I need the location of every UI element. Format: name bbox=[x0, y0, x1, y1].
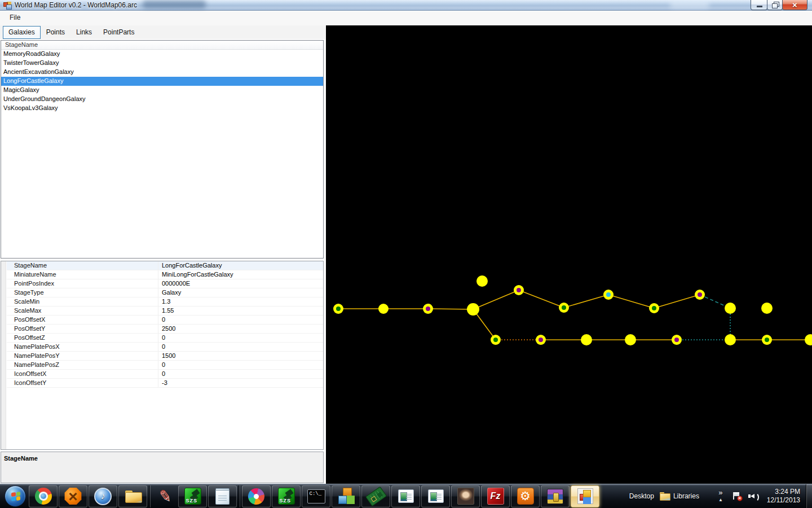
property-value[interactable]: 0 bbox=[158, 334, 323, 342]
property-value[interactable]: MiniLongForCastleGalaxy bbox=[158, 270, 323, 279]
menu-file[interactable]: File bbox=[5, 11, 25, 24]
szs-tool-2-button[interactable]: SZS bbox=[272, 485, 301, 507]
start-button[interactable] bbox=[5, 485, 26, 507]
map-node[interactable] bbox=[725, 334, 736, 345]
property-row[interactable]: PosOffsetZ0 bbox=[7, 334, 323, 343]
stage-list-item[interactable]: LongForCastleGalaxy bbox=[1, 77, 323, 86]
property-row[interactable]: NamePlatePosY1500 bbox=[7, 352, 323, 361]
map-node[interactable] bbox=[581, 334, 592, 345]
stage-list-item[interactable]: VsKoopaLv3Galaxy bbox=[1, 104, 323, 113]
notepad-button[interactable] bbox=[208, 485, 237, 507]
property-row[interactable]: ScaleMax1.55 bbox=[7, 306, 323, 316]
notepad-icon bbox=[215, 488, 230, 505]
show-desktop-button[interactable] bbox=[806, 484, 812, 508]
network-status-icon[interactable]: × bbox=[731, 492, 742, 501]
paint-editor-button[interactable] bbox=[152, 485, 177, 507]
stage-list-header[interactable]: StageName bbox=[1, 41, 323, 50]
stage-list-item[interactable]: MemoryRoadGalaxy bbox=[1, 50, 323, 59]
tab-pointparts[interactable]: PointParts bbox=[98, 26, 140, 39]
map-node-core bbox=[493, 338, 498, 342]
command-prompt-button[interactable]: C:\_ bbox=[302, 485, 330, 507]
toolbar-overflow-icon[interactable]: » bbox=[718, 490, 722, 496]
property-value[interactable]: 2500 bbox=[158, 325, 323, 333]
winrar-button[interactable] bbox=[541, 485, 570, 507]
pinwheel-app-button[interactable] bbox=[242, 485, 271, 507]
property-name: MiniatureName bbox=[7, 270, 158, 279]
circuit-board-tool-button[interactable] bbox=[361, 485, 390, 507]
property-name: IconOffsetY bbox=[7, 379, 158, 387]
taskbar: SZSSZSC:\_Fz⚙ Desktop Libraries » ▲ × 3:… bbox=[0, 484, 812, 508]
szs-tool-button[interactable]: SZS bbox=[178, 485, 207, 507]
property-row[interactable]: PosOffsetY2500 bbox=[7, 325, 323, 334]
chrome-button[interactable] bbox=[29, 485, 58, 507]
property-value[interactable]: 0 bbox=[158, 370, 323, 378]
show-hidden-icons-icon[interactable]: ▲ bbox=[718, 497, 723, 502]
property-value[interactable]: 0 bbox=[158, 343, 323, 351]
windows-explorer-button[interactable] bbox=[118, 485, 147, 507]
property-value[interactable]: 0 bbox=[158, 316, 323, 324]
system-tray: Desktop Libraries » ▲ × 3:24 PM 12/11/20… bbox=[626, 484, 812, 508]
map-node[interactable] bbox=[761, 303, 773, 314]
map-link bbox=[654, 295, 700, 308]
property-value[interactable]: 1.55 bbox=[158, 306, 323, 315]
stage-list-item[interactable]: MagicGalaxy bbox=[1, 86, 323, 95]
property-row[interactable]: StageNameLongForCastleGalaxy bbox=[7, 261, 323, 270]
map-node[interactable] bbox=[805, 334, 812, 345]
tab-points[interactable]: Points bbox=[41, 26, 70, 39]
property-value[interactable]: 0 bbox=[158, 361, 323, 369]
desktop-toolbar-label[interactable]: Desktop bbox=[629, 492, 654, 500]
map-node[interactable] bbox=[467, 303, 479, 316]
close-button[interactable] bbox=[782, 0, 807, 10]
map-node-core bbox=[517, 288, 521, 292]
restore-button[interactable] bbox=[767, 0, 783, 10]
map-node[interactable] bbox=[378, 304, 389, 314]
package-tool-button[interactable] bbox=[332, 485, 360, 507]
property-row[interactable]: IconOffsetY-3 bbox=[7, 379, 323, 388]
property-value[interactable]: 1500 bbox=[158, 352, 323, 360]
stage-list-item[interactable]: UnderGroundDangeonGalaxy bbox=[1, 95, 323, 104]
property-value[interactable]: LongForCastleGalaxy bbox=[158, 261, 323, 270]
property-row[interactable]: StageTypeGalaxy bbox=[7, 288, 323, 297]
map-link bbox=[519, 290, 564, 308]
libraries-toolbar-label[interactable]: Libraries bbox=[673, 492, 699, 500]
property-row[interactable]: NamePlatePosX0 bbox=[7, 343, 323, 352]
window-controls bbox=[751, 0, 807, 10]
tray-clock[interactable]: 3:24 PM 12/11/2013 bbox=[767, 488, 800, 505]
left-panel: Galaxies Points Links PointParts StageNa… bbox=[0, 25, 325, 484]
property-value[interactable]: Galaxy bbox=[158, 288, 323, 297]
property-grid: StageNameLongForCastleGalaxyMiniatureNam… bbox=[1, 261, 324, 450]
property-value[interactable]: -3 bbox=[158, 379, 323, 387]
world-map-editor-button[interactable] bbox=[571, 485, 599, 507]
stage-list-item[interactable]: AncientExcavationGalaxy bbox=[1, 68, 323, 77]
property-row[interactable]: NamePlatePosZ0 bbox=[7, 361, 323, 370]
map-node[interactable] bbox=[725, 303, 736, 314]
libraries-folder-icon[interactable] bbox=[660, 492, 670, 500]
map-node[interactable] bbox=[625, 334, 636, 345]
property-row[interactable]: PointPosIndex0000000E bbox=[7, 279, 323, 288]
settings-tool-button[interactable]: ⚙ bbox=[511, 485, 540, 507]
property-help-panel: StageName bbox=[1, 452, 324, 483]
volume-icon[interactable] bbox=[748, 491, 759, 501]
map-canvas[interactable] bbox=[326, 25, 812, 484]
property-value[interactable]: 0000000E bbox=[158, 279, 323, 288]
property-row[interactable]: IconOffsetX0 bbox=[7, 370, 323, 379]
minimize-button[interactable] bbox=[751, 0, 767, 10]
tab-links[interactable]: Links bbox=[70, 26, 98, 39]
szs-tool-glyph: SZS bbox=[186, 498, 198, 503]
portrait-image-app-button[interactable] bbox=[451, 485, 480, 507]
property-row[interactable]: ScaleMin1.3 bbox=[7, 297, 323, 306]
hexagon-x-app-button[interactable] bbox=[59, 485, 87, 507]
itunes-button[interactable] bbox=[89, 485, 117, 507]
chrome-icon bbox=[35, 488, 52, 505]
tab-galaxies[interactable]: Galaxies bbox=[3, 26, 41, 39]
map-node[interactable] bbox=[476, 275, 488, 287]
property-value[interactable]: 1.3 bbox=[158, 297, 323, 306]
window-title: World Map Editor v0.2 - WorldMap06.arc bbox=[15, 1, 137, 9]
property-row[interactable]: PosOffsetX0 bbox=[7, 316, 323, 325]
taskbar-separator bbox=[239, 485, 240, 507]
property-row[interactable]: MiniatureNameMiniLongForCastleGalaxy bbox=[7, 270, 323, 279]
document-app-2-button[interactable] bbox=[421, 485, 450, 507]
document-app-button[interactable] bbox=[391, 485, 420, 507]
filezilla-button[interactable]: Fz bbox=[481, 485, 510, 507]
stage-list-item[interactable]: TwisterTowerGalaxy bbox=[1, 59, 323, 68]
